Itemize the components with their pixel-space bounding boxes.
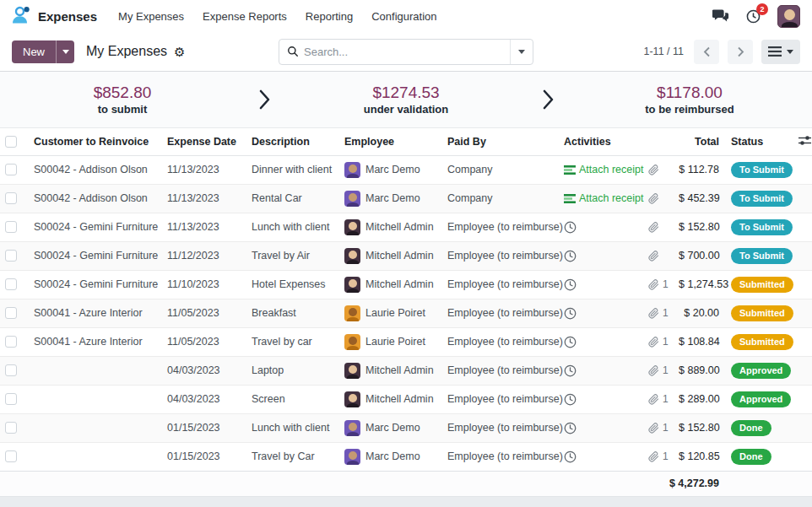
control-panel-right: 1-11 / 11 bbox=[533, 40, 800, 64]
messages-icon[interactable] bbox=[712, 9, 729, 24]
table-row[interactable]: S00024 - Gemini Furniture 11/13/2023 Lun… bbox=[0, 213, 812, 241]
attachment-count: 1 bbox=[663, 422, 669, 434]
table-row[interactable]: S00042 - Addison Olson 11/13/2023 Dinner… bbox=[0, 155, 812, 184]
user-avatar[interactable] bbox=[777, 5, 800, 28]
row-checkbox[interactable] bbox=[5, 450, 17, 462]
stat-to-be-reimbursed[interactable]: $1178.00 to be reimbursed bbox=[567, 84, 812, 116]
table-row[interactable]: 01/15/2023 Lunch with client Marc Demo E… bbox=[0, 413, 812, 442]
new-button-dropdown[interactable] bbox=[56, 40, 74, 63]
select-all-checkbox[interactable] bbox=[5, 136, 17, 148]
employee-name: Laurie Poiret bbox=[365, 307, 425, 319]
table-row[interactable]: 04/03/2023 Screen Mitchell Admin Employe… bbox=[0, 385, 812, 413]
row-checkbox[interactable] bbox=[5, 164, 17, 175]
status-badge[interactable]: Submitted bbox=[731, 277, 793, 293]
total-cell: $ 889.00 bbox=[674, 356, 726, 385]
paid-by-cell: Employee (to reimburse) bbox=[442, 385, 559, 413]
search-icon bbox=[287, 46, 299, 57]
row-checkbox[interactable] bbox=[5, 307, 17, 319]
status-badge[interactable]: Approved bbox=[731, 391, 791, 407]
column-status[interactable]: Status bbox=[726, 128, 793, 155]
description-cell: Laptop bbox=[246, 356, 339, 385]
description-cell: Travel by car bbox=[246, 327, 339, 356]
status-badge[interactable]: Done bbox=[731, 449, 771, 465]
menu-my-expenses[interactable]: My Expenses bbox=[109, 5, 193, 28]
column-description[interactable]: Description bbox=[246, 128, 339, 155]
status-badge[interactable]: Submitted bbox=[731, 334, 793, 350]
expense-status-summary: $852.80 to submit $1274.53 under validat… bbox=[0, 71, 812, 128]
employee-avatar bbox=[344, 391, 360, 407]
attachment-count: 1 bbox=[663, 307, 669, 319]
row-checkbox[interactable] bbox=[5, 422, 17, 434]
column-employee[interactable]: Employee bbox=[339, 128, 442, 155]
activity-clock-icon[interactable] bbox=[564, 250, 577, 262]
activity-clock-icon[interactable] bbox=[564, 393, 577, 406]
row-checkbox[interactable] bbox=[5, 278, 17, 290]
stat-to-submit[interactable]: $852.80 to submit bbox=[0, 84, 245, 116]
row-checkbox[interactable] bbox=[5, 250, 17, 262]
employee-name: Marc Demo bbox=[365, 422, 420, 434]
expenses-app-icon bbox=[12, 6, 31, 27]
expenses-app: Expenses My Expenses Expense Reports Rep… bbox=[0, 0, 812, 507]
app-switcher[interactable]: Expenses bbox=[12, 6, 97, 27]
column-activities[interactable]: Activities bbox=[559, 128, 643, 155]
row-checkbox[interactable] bbox=[5, 393, 17, 405]
menu-configuration[interactable]: Configuration bbox=[362, 5, 446, 28]
search-filters-dropdown[interactable] bbox=[510, 40, 533, 64]
activity-clock-icon[interactable] bbox=[564, 336, 577, 348]
row-checkbox[interactable] bbox=[5, 364, 17, 376]
activity-clock-icon[interactable] bbox=[564, 422, 577, 434]
table-row[interactable]: S00024 - Gemini Furniture 11/10/2023 Hot… bbox=[0, 270, 812, 299]
status-badge[interactable]: To Submit bbox=[731, 191, 793, 207]
status-badge[interactable]: To Submit bbox=[731, 219, 793, 235]
column-expense-date[interactable]: Expense Date bbox=[162, 128, 246, 155]
table-row[interactable]: 04/03/2023 Laptop Mitchell Admin Employe… bbox=[0, 356, 812, 385]
table-row[interactable]: 01/15/2023 Travel by Car Marc Demo Emplo… bbox=[0, 442, 812, 471]
action-gear-icon[interactable]: ⚙ bbox=[174, 46, 185, 58]
row-checkbox[interactable] bbox=[5, 192, 17, 204]
activity-clock-icon[interactable] bbox=[564, 221, 577, 234]
chevron-right-icon bbox=[737, 46, 744, 57]
status-badge[interactable]: To Submit bbox=[731, 248, 793, 264]
pager-previous-button[interactable] bbox=[694, 40, 719, 64]
expense-date-cell: 01/15/2023 bbox=[162, 413, 246, 442]
activity-clock-icon[interactable] bbox=[564, 278, 577, 291]
paperclip-icon bbox=[648, 279, 659, 290]
menu-expense-reports[interactable]: Expense Reports bbox=[193, 5, 296, 28]
column-paid-by[interactable]: Paid By bbox=[442, 128, 559, 155]
row-checkbox[interactable] bbox=[5, 221, 17, 233]
activity-clock-icon[interactable] bbox=[564, 307, 577, 320]
row-checkbox[interactable] bbox=[5, 336, 17, 348]
paperclip-icon bbox=[648, 337, 659, 348]
column-total[interactable]: Total bbox=[674, 128, 726, 155]
description-cell: Lunch with client bbox=[246, 213, 339, 241]
activity-clock-icon[interactable] bbox=[564, 450, 577, 463]
attach-receipt-activity[interactable]: Attach receipt bbox=[564, 192, 643, 204]
table-row[interactable]: S00041 - Azure Interior 11/05/2023 Trave… bbox=[0, 327, 812, 356]
paperclip-icon bbox=[648, 394, 659, 405]
stat-under-validation[interactable]: $1274.53 under validation bbox=[284, 84, 528, 116]
employee-avatar bbox=[344, 449, 360, 465]
status-badge[interactable]: To Submit bbox=[731, 162, 793, 178]
total-cell: $ 452.39 bbox=[674, 184, 726, 213]
pager-next-button[interactable] bbox=[728, 40, 753, 64]
optional-columns-button[interactable] bbox=[793, 128, 812, 155]
search-input[interactable] bbox=[299, 46, 510, 58]
status-badge[interactable]: Done bbox=[731, 420, 771, 436]
new-button-group: New bbox=[12, 40, 74, 63]
attach-receipt-activity[interactable]: Attach receipt bbox=[564, 164, 643, 175]
table-row[interactable]: S00041 - Azure Interior 11/05/2023 Break… bbox=[0, 299, 812, 327]
expense-date-cell: 11/05/2023 bbox=[162, 299, 246, 327]
status-badge[interactable]: Submitted bbox=[731, 305, 793, 321]
attachment-count: 1 bbox=[663, 336, 669, 348]
table-row[interactable]: S00024 - Gemini Furniture 11/12/2023 Tra… bbox=[0, 241, 812, 270]
new-button[interactable]: New bbox=[12, 40, 56, 63]
paid-by-cell: Employee (to reimburse) bbox=[442, 442, 559, 471]
activities-systray-icon[interactable]: 2 bbox=[746, 9, 761, 24]
expense-date-cell: 11/10/2023 bbox=[162, 270, 246, 299]
activity-clock-icon[interactable] bbox=[564, 364, 577, 377]
status-badge[interactable]: Approved bbox=[731, 363, 791, 379]
menu-reporting[interactable]: Reporting bbox=[296, 5, 362, 28]
view-switcher-button[interactable] bbox=[761, 40, 800, 64]
column-customer[interactable]: Customer to Reinvoice bbox=[27, 128, 162, 155]
table-row[interactable]: S00042 - Addison Olson 11/13/2023 Rental… bbox=[0, 184, 812, 213]
